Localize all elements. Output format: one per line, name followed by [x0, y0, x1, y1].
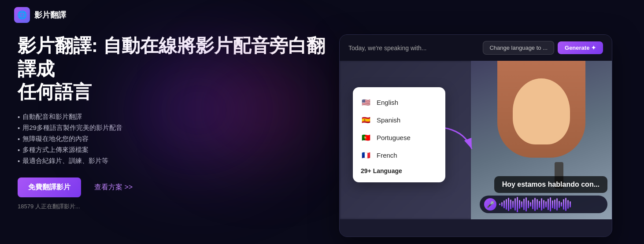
lang-item-french[interactable]: 🇫🇷 French	[353, 146, 445, 164]
wave-bar-19	[541, 198, 542, 211]
wave-bar-21	[545, 201, 547, 207]
lang-name-portuguese: Portuguese	[377, 134, 411, 141]
person-face	[513, 78, 570, 144]
wave-bar-8	[517, 197, 518, 212]
portuguese-flag: 🇵🇹	[361, 132, 371, 143]
frame-actions: Change language to ... Generate ✦	[483, 41, 603, 55]
left-content: 影片翻譯: 自動在線將影片配音旁白翻譯成 任何語言 自動配音和影片翻譯 用29多…	[18, 30, 326, 211]
speaking-text: Today, we're speaking with...	[348, 44, 427, 52]
english-flag: 🇺🇸	[361, 97, 371, 107]
logo-icon: 🌐	[14, 7, 30, 23]
wave-bar-31	[567, 200, 569, 209]
user-count: 18579 人正在翻譯影片...	[18, 203, 326, 211]
wave-bar-22	[548, 199, 549, 210]
wave-bar-25	[554, 200, 555, 209]
wave-bar-32	[570, 201, 571, 207]
wave-bar-29	[563, 199, 564, 210]
wave-bar-9	[519, 200, 520, 209]
feature-item-2: 用29多種語言製作完美的影片配音	[18, 124, 326, 132]
wave-bar-24	[552, 200, 553, 208]
wave-bar-7	[514, 198, 516, 211]
wave-bar-10	[521, 201, 522, 207]
wave-bar-12	[526, 197, 527, 211]
view-plans-link[interactable]: 查看方案 >>	[94, 183, 133, 192]
wave-bar-13	[528, 200, 529, 208]
language-dropdown: 🇺🇸 English 🇪🇸 Spanish 🇵🇹 Portuguese 🇫🇷 F…	[353, 87, 445, 182]
wave-bar-4	[508, 198, 509, 211]
feature-item-4: 多種方式上傳來源檔案	[18, 146, 326, 154]
mic-icon: 🎤	[484, 198, 496, 211]
wave-bar-14	[530, 202, 531, 207]
main-content: 影片翻譯: 自動在線將影片配音旁白翻譯成 任何語言 自動配音和影片翻譯 用29多…	[0, 30, 644, 244]
translate-video-button[interactable]: 免費翻譯影片	[18, 177, 81, 197]
right-content: Today, we're speaking with... Change lan…	[326, 30, 625, 244]
wave-bar-30	[565, 198, 566, 211]
generate-button[interactable]: Generate ✦	[558, 41, 603, 54]
lang-name-spanish: Spanish	[377, 116, 400, 124]
wave-bar-11	[523, 199, 525, 210]
lang-item-portuguese[interactable]: 🇵🇹 Portuguese	[353, 129, 445, 146]
logo-text: 影片翻譯	[34, 10, 66, 20]
wave-bar-3	[506, 199, 507, 210]
wave-bar-28	[561, 202, 562, 207]
wave-bar-23	[550, 197, 551, 211]
wave-bar-5	[510, 200, 511, 209]
wave-bar-1	[501, 202, 503, 207]
wave-bar-27	[559, 201, 560, 208]
wave-bar-16	[534, 198, 536, 211]
wave-bar-2	[503, 200, 505, 208]
french-flag: 🇫🇷	[361, 150, 371, 160]
lang-name-french: French	[377, 152, 397, 159]
lang-item-english[interactable]: 🇺🇸 English	[353, 93, 445, 111]
spanish-flag: 🇪🇸	[361, 115, 371, 125]
headline: 影片翻譯: 自動在線將影片配音旁白翻譯成 任何語言	[18, 34, 326, 104]
feature-item-1: 自動配音和影片翻譯	[18, 113, 326, 121]
waveform-visual	[499, 197, 603, 212]
feature-item-5: 最適合紀錄片、訓練、影片等	[18, 157, 326, 165]
wave-bar-20	[543, 200, 544, 209]
header: 🌐 影片翻譯	[0, 0, 644, 30]
ui-frame: Today, we're speaking with... Change lan…	[339, 34, 612, 237]
wave-bar-0	[499, 203, 500, 205]
lang-name-english: English	[377, 99, 398, 106]
features-list: 自動配音和影片翻譯 用29多種語言製作完美的影片配音 無障礙在地化您的內容 多種…	[18, 113, 326, 165]
wave-bar-15	[532, 200, 533, 209]
wave-bar-17	[537, 199, 538, 210]
lang-item-spanish[interactable]: 🇪🇸 Spanish	[353, 111, 445, 129]
waveform-bar: 🎤	[480, 196, 607, 213]
lang-more: 29+ Language	[353, 164, 445, 178]
change-language-button[interactable]: Change language to ...	[483, 41, 554, 55]
feature-item-3: 無障礙在地化您的內容	[18, 135, 326, 143]
wave-bar-26	[556, 198, 558, 211]
frame-topbar: Today, we're speaking with... Change lan…	[340, 35, 612, 61]
wave-bar-6	[512, 201, 514, 208]
wave-bar-18	[539, 201, 540, 208]
video-subtitle: Hoy estamos hablando con...	[494, 176, 607, 193]
video-area: 🇺🇸 English 🇪🇸 Spanish 🇵🇹 Portuguese 🇫🇷 F…	[340, 61, 612, 219]
cta-row: 免費翻譯影片 查看方案 >>	[18, 177, 326, 197]
